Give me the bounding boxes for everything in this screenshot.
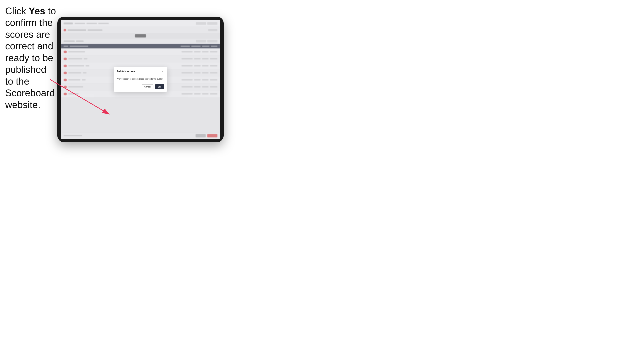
modal-header: Publish scores × xyxy=(114,67,167,75)
tablet-screen: Publish scores × Are you ready to publis… xyxy=(61,20,220,139)
instruction-prefix: Click xyxy=(5,5,29,16)
modal-dialog: Publish scores × Are you ready to publis… xyxy=(114,67,167,92)
instruction-bold: Yes xyxy=(29,5,45,16)
modal-footer: Cancel Yes xyxy=(114,83,167,92)
modal-body: Are you ready to publish these scores to… xyxy=(114,75,167,83)
modal-yes-button[interactable]: Yes xyxy=(155,84,164,89)
instruction-suffix: to confirm the scores are correct and re… xyxy=(5,5,56,110)
modal-title: Publish scores xyxy=(117,70,135,73)
tablet-frame: Publish scores × Are you ready to publis… xyxy=(57,17,224,142)
instruction-text: Click Yes to confirm the scores are corr… xyxy=(5,5,57,111)
modal-close-button[interactable]: × xyxy=(161,70,164,73)
modal-overlay: Publish scores × Are you ready to publis… xyxy=(61,20,220,139)
tablet-side-button xyxy=(59,77,59,82)
modal-cancel-button[interactable]: Cancel xyxy=(142,84,154,89)
